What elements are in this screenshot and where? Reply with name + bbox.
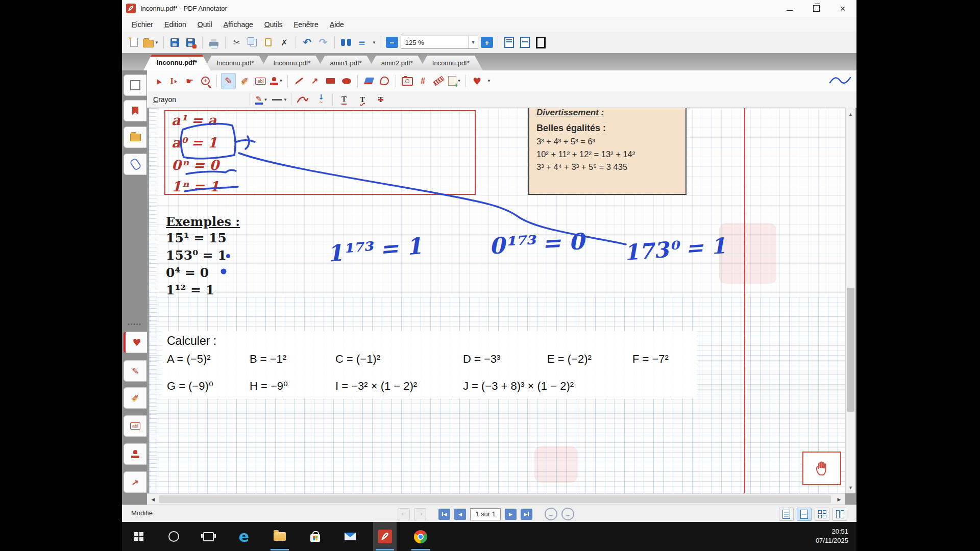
tab-document-5[interactable]: amin2.pdf* (368, 56, 426, 70)
start-button[interactable] (127, 522, 151, 551)
chrome-taskbar-button[interactable] (409, 522, 432, 551)
vertical-scrollbar[interactable]: ▲ ▼ (845, 108, 855, 493)
eraser-tool-button[interactable] (362, 73, 376, 89)
pdf-page[interactable]: a¹ = a a⁰ = 1 0ⁿ = 0 1ⁿ = 1 Divertisseme… (149, 108, 845, 493)
scroll-right-icon[interactable]: ▶ (834, 494, 844, 505)
search-button[interactable] (339, 35, 353, 49)
zoom-combo-caret-icon[interactable]: ▼ (468, 36, 478, 48)
text-box-tool-button[interactable]: abl (254, 73, 267, 89)
move-page-back-button[interactable]: ⇠ (398, 508, 410, 520)
two-page-view-button[interactable] (832, 508, 847, 521)
last-page-button[interactable]: ▶ (521, 509, 532, 520)
edge-taskbar-button[interactable]: e (232, 522, 256, 551)
previous-page-button[interactable]: ◀ (454, 509, 466, 520)
tab-document-2[interactable]: Inconnu.pdf* (203, 56, 267, 70)
delete-button[interactable]: ✗ (278, 35, 291, 49)
menu-affichage[interactable]: Affichage (219, 18, 258, 31)
scroll-down-icon[interactable]: ▼ (846, 483, 855, 492)
first-page-button[interactable]: ◀ (438, 509, 450, 520)
sidebar-pages-tab[interactable] (124, 74, 146, 96)
highlighter-tool-button[interactable]: ✐ (238, 73, 252, 89)
view-history-back-button[interactable]: ← (545, 508, 557, 520)
sidebar-favorites-tab[interactable]: ♥ (124, 332, 148, 353)
single-page-view-button[interactable] (779, 508, 794, 521)
sidebar-text-tab[interactable]: abl (124, 415, 146, 437)
horizontal-scrollbar[interactable]: ◀ ▶ (147, 493, 845, 505)
panel-toggle-button[interactable] (534, 35, 548, 49)
undo-button[interactable]: ↶ (301, 35, 314, 49)
menu-outil[interactable]: Outil (193, 18, 217, 31)
add-page-button[interactable]: ▼ (448, 73, 461, 89)
sidebar-bookmarks-tab[interactable] (124, 100, 146, 121)
pen-color-button[interactable]: ✎▼ (254, 93, 269, 106)
fit-page-view-button[interactable] (797, 508, 812, 521)
zoom-level-combo[interactable]: 125 % ▼ (401, 36, 478, 49)
fit-page-button[interactable] (503, 35, 516, 49)
grid-view-button[interactable] (815, 508, 829, 521)
menu-outils[interactable]: Outils (260, 18, 287, 31)
stamp-tool-button[interactable]: ▼ (270, 73, 283, 89)
sidebar-pen-tab[interactable]: ✎ (124, 360, 146, 382)
taskbar-clock[interactable]: 20:51 07/11/2025 (816, 527, 848, 545)
vertical-scroll-thumb[interactable] (847, 288, 854, 412)
sidebar-stamp-tab[interactable] (124, 443, 146, 465)
rectangle-tool-button[interactable] (324, 73, 337, 89)
next-page-button[interactable]: ▶ (505, 509, 517, 520)
favorites-caret-icon[interactable]: ▼ (487, 79, 491, 83)
format-strike-button[interactable]: T (373, 93, 388, 106)
save-button[interactable] (168, 35, 182, 49)
zoom-in-button[interactable]: + (481, 37, 493, 48)
line-tool-button[interactable] (292, 73, 306, 89)
move-page-forward-button[interactable]: ⇢ (414, 508, 426, 520)
pdf-annotator-taskbar-button[interactable] (373, 522, 397, 551)
format-squiggle-button[interactable]: T (355, 93, 370, 106)
annotation-list-caret-icon[interactable]: ▼ (372, 40, 376, 45)
select-tool-button[interactable]: ▲ (151, 73, 165, 89)
sidebar-drag-handle[interactable]: ••••• (124, 321, 145, 327)
redo-button[interactable]: ↷ (316, 35, 330, 49)
file-explorer-taskbar-button[interactable] (268, 522, 291, 551)
pan-hand-tool-button[interactable]: ☛ (183, 73, 197, 89)
snapshot-tool-button[interactable] (400, 73, 414, 89)
text-select-tool-button[interactable]: I▲ (167, 73, 181, 89)
store-taskbar-button[interactable] (303, 522, 327, 551)
menu-aide[interactable]: Aide (325, 18, 349, 31)
paste-button[interactable] (262, 35, 275, 49)
scroll-up-icon[interactable]: ▲ (846, 110, 855, 119)
pressure-button[interactable]: ↓∼ (313, 93, 329, 106)
search-button-taskbar[interactable] (162, 522, 185, 551)
menu-edition[interactable]: Edition (160, 18, 191, 31)
print-button[interactable] (207, 35, 220, 49)
copy-button[interactable] (246, 35, 259, 49)
sidebar-thumbnails-tab[interactable] (124, 127, 146, 148)
view-history-forward-button[interactable]: → (561, 508, 574, 520)
pen-tool-button[interactable]: ✎ (221, 73, 236, 89)
restore-button[interactable] (810, 3, 823, 14)
new-document-button[interactable]: ✶ (127, 35, 140, 49)
scroll-left-icon[interactable]: ◀ (148, 494, 158, 505)
tab-document-3[interactable]: Inconnu.pdf* (260, 56, 324, 70)
ellipse-tool-button[interactable] (339, 73, 353, 89)
arrow-tool-button[interactable]: ↗ (308, 73, 322, 89)
fit-width-button[interactable] (519, 35, 532, 49)
favorites-button[interactable]: ♥ (470, 73, 484, 89)
menu-fenetre[interactable]: Fenêtre (289, 18, 323, 31)
minimize-button[interactable] (783, 3, 796, 14)
zoom-out-button[interactable]: − (386, 37, 398, 48)
lasso-tool-button[interactable] (378, 73, 391, 89)
sidebar-attachments-tab[interactable] (124, 154, 146, 175)
task-view-button[interactable] (197, 522, 220, 551)
line-width-button[interactable]: ▼ (272, 93, 287, 106)
mail-taskbar-button[interactable] (338, 522, 362, 551)
close-button[interactable]: × (836, 3, 849, 14)
smooth-stroke-button[interactable] (295, 93, 310, 106)
cut-button[interactable]: ✂ (230, 35, 243, 49)
hand-stamp-annotation[interactable] (802, 452, 841, 485)
tab-document-4[interactable]: amin1.pdf* (316, 56, 375, 70)
save-annotations-button[interactable] (184, 35, 198, 49)
format-underline-button[interactable]: T (336, 93, 352, 106)
page-indicator-input[interactable]: 1 sur 1 (470, 508, 501, 520)
annotation-list-button[interactable]: ≡ (355, 35, 369, 49)
tab-document-1[interactable]: Inconnu.pdf* (143, 55, 210, 70)
open-button[interactable]: ▼ (143, 35, 159, 49)
